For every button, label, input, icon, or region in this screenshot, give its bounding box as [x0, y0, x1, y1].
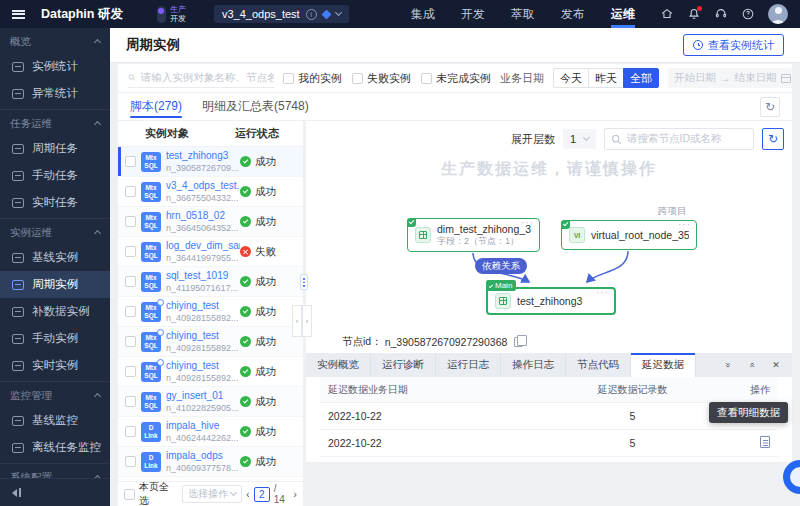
more-menu-icon[interactable]: ··· — [678, 221, 691, 229]
sidebar-item-baseline-instance[interactable]: 基线实例 — [0, 244, 110, 271]
list-refresh-button[interactable]: ↻ — [760, 97, 780, 117]
env-toggle[interactable]: 生产 开发 — [157, 5, 186, 23]
sidebar-item-cycle-task[interactable]: 周期任务 — [0, 135, 110, 162]
sidebar-item-manual-task[interactable]: 手动任务 — [0, 162, 110, 189]
date-quick-button[interactable]: 全部 — [623, 68, 659, 88]
notifications-bell-icon[interactable] — [687, 7, 701, 21]
prev-page-button[interactable]: ‹ — [246, 488, 250, 500]
sidebar-item-manual-instance[interactable]: 手动实例 — [0, 325, 110, 352]
date-quick-button[interactable]: 今天 — [553, 68, 589, 88]
instance-name[interactable]: test_zhihong3 — [166, 150, 240, 162]
filter-checkbox[interactable]: 我的实例 — [283, 71, 342, 86]
collapse-left-icon[interactable]: ‹ — [302, 305, 312, 337]
main-tab[interactable]: 脚本(279) — [130, 93, 182, 120]
dependency-edge-label[interactable]: 依赖关系 — [475, 258, 527, 274]
date-quick-button[interactable]: 昨天 — [588, 68, 624, 88]
sidebar-section-header[interactable]: 监控管理 — [0, 382, 110, 407]
support-headset-icon[interactable] — [714, 7, 728, 21]
topnav-item[interactable]: 运维 — [611, 0, 635, 28]
topnav-item[interactable]: 发布 — [561, 0, 585, 28]
row-checkbox[interactable] — [125, 366, 136, 377]
copy-icon[interactable] — [514, 337, 523, 347]
sidebar-item-offline-task-monitor[interactable]: 离线任务监控 — [0, 434, 110, 461]
filter-checkbox[interactable]: 失败实例 — [352, 71, 411, 86]
help-icon[interactable] — [741, 7, 755, 21]
floating-assistant-button[interactable] — [783, 460, 800, 494]
instance-name[interactable]: chiying_test — [166, 330, 240, 342]
sidebar-item-exception-stats[interactable]: 异常统计 — [0, 80, 110, 107]
instance-name[interactable]: chiying_test — [166, 360, 240, 372]
expand-layers-select[interactable]: 1 — [563, 129, 596, 149]
topnav-item[interactable]: 萃取 — [511, 0, 535, 28]
topnav-item[interactable]: 集成 — [411, 0, 435, 28]
date-range-picker[interactable]: 开始日期 → 结束日期 — [668, 68, 792, 88]
row-checkbox[interactable] — [125, 216, 136, 227]
row-checkbox[interactable] — [125, 426, 136, 437]
instance-name[interactable]: log_dev_dim_sar... — [166, 240, 240, 252]
instance-row[interactable]: Mtx SQL test_zhihong3 n_39058726709... 成… — [118, 147, 303, 177]
instance-name[interactable]: impala_odps — [166, 450, 240, 462]
detail-tab[interactable]: 操作日志 — [501, 353, 566, 377]
current-page[interactable]: 2 — [254, 487, 270, 502]
instance-row[interactable]: Mtx SQL v3_4_odps_test... n_36675504332.… — [118, 177, 303, 207]
bulk-action-select[interactable]: 选择操作 — [182, 485, 242, 503]
instance-row[interactable]: D Link impala_odps n_40609377578... 成功 — [118, 447, 303, 477]
sidebar-item-realtime-instance[interactable]: 实时实例 — [0, 352, 110, 379]
instance-row[interactable]: Mtx SQL hrn_0518_02 n_36645064352... 成功 — [118, 207, 303, 237]
sidebar-section-header[interactable]: 实例运维 — [0, 219, 110, 244]
sidebar-section-header[interactable]: 任务运维 — [0, 110, 110, 135]
row-checkbox[interactable] — [125, 456, 136, 467]
sidebar-item-backfill-instance[interactable]: 补数据实例 — [0, 298, 110, 325]
row-checkbox[interactable] — [125, 306, 136, 317]
select-all-checkbox[interactable] — [124, 489, 135, 500]
row-checkbox[interactable] — [125, 246, 136, 257]
dag-node-dim-test[interactable]: dim_test_zhihong_3 字段：2（节点：1） ··· — [407, 218, 540, 252]
sidebar-section-header[interactable]: 系统配置 — [0, 464, 110, 478]
instance-row[interactable]: Mtx SQL gy_insert_01 n_41022825905... 成功 — [118, 387, 303, 417]
detail-tab[interactable]: 节点代码 — [566, 353, 631, 377]
instance-name[interactable]: chiying_test — [166, 300, 240, 312]
expand-panel-icon[interactable]: » — [744, 357, 760, 373]
sidebar-collapse-button[interactable] — [0, 478, 110, 506]
instance-name[interactable]: v3_4_odps_test... — [166, 180, 240, 192]
sidebar-item-baseline-monitor[interactable]: 基线监控 — [0, 407, 110, 434]
node-search-input[interactable]: 请搜索节点ID或名称 — [604, 128, 754, 150]
instance-row[interactable]: Mtx SQL chiying_test n_40928155892... 成功 — [118, 297, 303, 327]
topnav-item[interactable]: 开发 — [461, 0, 485, 28]
instance-row[interactable]: Mtx SQL sql_test_1019 n_41195071617... 成… — [118, 267, 303, 297]
instance-row[interactable]: D Link impala_hive n_40624442262... 成功 — [118, 417, 303, 447]
instance-name[interactable]: hrn_0518_02 — [166, 210, 240, 222]
sidebar-item-cycle-instance[interactable]: 周期实例 — [0, 271, 110, 298]
search-input[interactable]: 请输入实例对象名称、节点名称或节点ID — [128, 68, 274, 88]
next-page-button[interactable]: › — [293, 488, 297, 500]
hamburger-menu-icon[interactable] — [12, 10, 25, 19]
sidebar-section-header[interactable]: 概览 — [0, 28, 110, 53]
view-detail-doc-icon[interactable] — [760, 436, 770, 448]
instance-name[interactable]: impala_hive — [166, 420, 240, 432]
row-checkbox[interactable] — [125, 396, 136, 407]
detail-tab[interactable]: 实例概览 — [306, 353, 371, 377]
main-tab[interactable]: 明细及汇总表(5748) — [202, 93, 309, 120]
detail-tab[interactable]: 运行日志 — [436, 353, 501, 377]
filter-checkbox[interactable]: 未完成实例 — [421, 71, 491, 86]
dag-node-test-zhihong3[interactable]: Main test_zhihong3 ··· — [486, 287, 616, 315]
detail-tab[interactable]: 运行诊断 — [371, 353, 436, 377]
view-instance-stats-button[interactable]: 查看实例统计 — [683, 34, 784, 56]
project-selector[interactable]: v3_4_odps_test i — [214, 5, 349, 23]
detail-tab[interactable]: 延迟数据 — [631, 353, 696, 377]
dag-refresh-button[interactable]: ↻ — [762, 128, 784, 150]
instance-row[interactable]: Mtx SQL chiying_test n_40928155892... 成功 — [118, 327, 303, 357]
sidebar-item-realtime-task[interactable]: 实时任务 — [0, 189, 110, 216]
instance-name[interactable]: sql_test_1019 — [166, 270, 240, 282]
more-menu-icon[interactable]: ··· — [521, 219, 534, 227]
close-panel-icon[interactable]: ✕ — [768, 357, 784, 373]
panel-drag-handle[interactable] — [300, 274, 308, 290]
collapse-panel-icon[interactable]: » — [720, 357, 736, 373]
row-checkbox[interactable] — [125, 336, 136, 347]
row-checkbox[interactable] — [125, 186, 136, 197]
row-checkbox[interactable] — [125, 276, 136, 287]
user-avatar[interactable] — [768, 4, 788, 24]
sidebar-item-instance-stats[interactable]: 实例统计 — [0, 53, 110, 80]
instance-row[interactable]: Mtx SQL log_dev_dim_sar... n_36441997955… — [118, 237, 303, 267]
row-checkbox[interactable] — [125, 156, 136, 167]
